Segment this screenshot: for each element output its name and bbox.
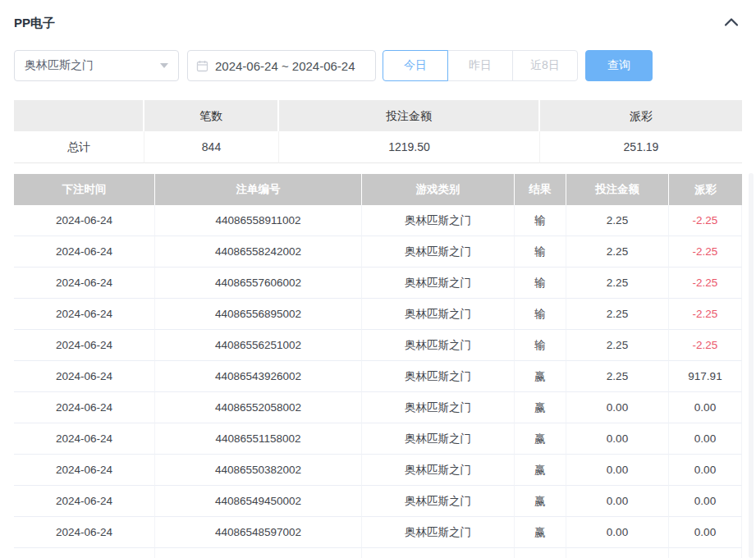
summary-total-label: 总计 bbox=[14, 131, 144, 163]
summary-header-count: 笔数 bbox=[144, 100, 279, 131]
cell-game-type: 奥林匹斯之门 bbox=[362, 517, 515, 548]
cell-payout: 0.00 bbox=[669, 392, 742, 423]
quick-range-button-group: 今日 昨日 近8日 bbox=[383, 50, 578, 81]
date-range-input[interactable]: 2024-06-24 ~ 2024-06-24 bbox=[187, 50, 376, 81]
column-header-bet-time: 下注时间 bbox=[14, 174, 155, 205]
summary-payout-value: 251.19 bbox=[540, 131, 742, 163]
cell-bet-amount bbox=[566, 548, 669, 558]
cell-game-type: 奥林匹斯之门 bbox=[362, 205, 515, 236]
cell-bet-amount: 2.25 bbox=[566, 268, 669, 299]
cell-payout: -2.25 bbox=[669, 268, 742, 299]
table-row: 2024-06-2444086552058002奥林匹斯之门赢0.000.00 bbox=[14, 392, 742, 423]
collapse-panel-button[interactable] bbox=[724, 17, 739, 30]
chevron-down-icon bbox=[160, 63, 168, 68]
cell-bet-time: 2024-06-24 bbox=[14, 361, 155, 392]
cell-order-id: 44086548597002 bbox=[155, 517, 362, 548]
cell-bet-time: 2024-06-24 bbox=[14, 392, 155, 423]
game-select-value: 奥林匹斯之门 bbox=[25, 58, 94, 73]
table-row: 2024-06-2444086558242002奥林匹斯之门输2.25-2.25 bbox=[14, 236, 742, 268]
cell-game-type: 奥林匹斯之门 bbox=[362, 392, 515, 423]
summary-count-value: 844 bbox=[144, 131, 279, 163]
cell-result: 赢 bbox=[515, 455, 566, 486]
table-row bbox=[14, 548, 742, 558]
cell-result: 输 bbox=[515, 299, 566, 330]
cell-bet-time: 2024-06-24 bbox=[14, 517, 155, 548]
table-row: 2024-06-2444086548597002奥林匹斯之门赢0.000.00 bbox=[14, 517, 742, 548]
table-row: 2024-06-2444086556895002奥林匹斯之门输2.25-2.25 bbox=[14, 299, 742, 330]
last-8-days-button[interactable]: 近8日 bbox=[512, 50, 578, 81]
summary-header-blank bbox=[14, 100, 144, 131]
cell-bet-time: 2024-06-24 bbox=[14, 423, 155, 455]
table-row: 2024-06-2444086549450002奥林匹斯之门赢0.000.00 bbox=[14, 486, 742, 517]
cell-order-id: 44086552058002 bbox=[155, 392, 362, 423]
cell-bet-amount: 2.25 bbox=[566, 299, 669, 330]
cell-result: 输 bbox=[515, 205, 566, 236]
cell-bet-amount: 2.25 bbox=[566, 330, 669, 361]
table-scrollbar[interactable] bbox=[749, 173, 754, 558]
table-header-row: 下注时间 注单编号 游戏类别 结果 投注金额 派彩 bbox=[14, 174, 742, 205]
cell-payout bbox=[669, 548, 742, 558]
cell-bet-amount: 0.00 bbox=[566, 486, 669, 517]
cell-game-type bbox=[362, 548, 515, 558]
cell-game-type: 奥林匹斯之门 bbox=[362, 455, 515, 486]
cell-payout: -2.25 bbox=[669, 330, 742, 361]
calendar-icon bbox=[196, 60, 208, 72]
bet-records-table: 下注时间 注单编号 游戏类别 结果 投注金额 派彩 2024-06-244408… bbox=[14, 174, 748, 558]
cell-bet-amount: 2.25 bbox=[566, 236, 669, 268]
summary-header-bet-amount: 投注金额 bbox=[279, 100, 540, 131]
today-button[interactable]: 今日 bbox=[383, 50, 448, 81]
cell-bet-time: 2024-06-24 bbox=[14, 236, 155, 268]
cell-game-type: 奥林匹斯之门 bbox=[362, 486, 515, 517]
cell-order-id: 44086543926002 bbox=[155, 361, 362, 392]
column-header-payout: 派彩 bbox=[669, 174, 742, 205]
cell-bet-amount: 0.00 bbox=[566, 455, 669, 486]
cell-bet-time: 2024-06-24 bbox=[14, 330, 155, 361]
cell-result: 赢 bbox=[515, 486, 566, 517]
cell-order-id: 44086558242002 bbox=[155, 236, 362, 268]
cell-order-id: 44086550382002 bbox=[155, 455, 362, 486]
cell-result: 赢 bbox=[515, 517, 566, 548]
page-title: PP电子 bbox=[14, 16, 55, 31]
summary-header-payout: 派彩 bbox=[540, 100, 742, 131]
cell-result: 赢 bbox=[515, 423, 566, 455]
summary-bet-amount-value: 1219.50 bbox=[279, 131, 540, 163]
table-row: 2024-06-2444086543926002奥林匹斯之门赢2.25917.9… bbox=[14, 361, 742, 392]
cell-payout: 0.00 bbox=[669, 423, 742, 455]
filter-bar: 奥林匹斯之门 2024-06-24 ~ 2024-06-24 今日 昨日 近8日… bbox=[14, 50, 742, 81]
cell-result: 输 bbox=[515, 330, 566, 361]
cell-payout: -2.25 bbox=[669, 236, 742, 268]
cell-game-type: 奥林匹斯之门 bbox=[362, 361, 515, 392]
summary-table-header: 笔数 投注金额 派彩 bbox=[14, 100, 742, 131]
cell-game-type: 奥林匹斯之门 bbox=[362, 236, 515, 268]
cell-bet-time: 2024-06-24 bbox=[14, 268, 155, 299]
cell-payout: 0.00 bbox=[669, 455, 742, 486]
table-row: 2024-06-2444086550382002奥林匹斯之门赢0.000.00 bbox=[14, 455, 742, 486]
cell-bet-amount: 0.00 bbox=[566, 392, 669, 423]
yesterday-button[interactable]: 昨日 bbox=[447, 50, 513, 81]
table-row: 2024-06-2444086556251002奥林匹斯之门输2.25-2.25 bbox=[14, 330, 742, 361]
cell-order-id: 44086556251002 bbox=[155, 330, 362, 361]
column-header-game-type: 游戏类别 bbox=[362, 174, 515, 205]
cell-bet-amount: 0.00 bbox=[566, 423, 669, 455]
cell-bet-time: 2024-06-24 bbox=[14, 299, 155, 330]
cell-order-id: 44086557606002 bbox=[155, 268, 362, 299]
cell-order-id bbox=[155, 548, 362, 558]
cell-bet-amount: 0.00 bbox=[566, 517, 669, 548]
cell-payout: 0.00 bbox=[669, 486, 742, 517]
cell-game-type: 奥林匹斯之门 bbox=[362, 423, 515, 455]
cell-payout: 0.00 bbox=[669, 517, 742, 548]
cell-bet-time: 2024-06-24 bbox=[14, 455, 155, 486]
cell-game-type: 奥林匹斯之门 bbox=[362, 330, 515, 361]
date-range-value: 2024-06-24 ~ 2024-06-24 bbox=[215, 59, 355, 73]
cell-game-type: 奥林匹斯之门 bbox=[362, 299, 515, 330]
cell-order-id: 44086558911002 bbox=[155, 205, 362, 236]
cell-bet-time: 2024-06-24 bbox=[14, 205, 155, 236]
query-button[interactable]: 查询 bbox=[585, 50, 653, 81]
cell-order-id: 44086556895002 bbox=[155, 299, 362, 330]
game-select[interactable]: 奥林匹斯之门 bbox=[14, 50, 179, 81]
cell-order-id: 44086551158002 bbox=[155, 423, 362, 455]
column-header-bet-amount: 投注金额 bbox=[566, 174, 669, 205]
summary-total-row: 总计 844 1219.50 251.19 bbox=[14, 131, 742, 163]
panel-header: PP电子 bbox=[14, 15, 742, 31]
cell-bet-time: 2024-06-24 bbox=[14, 486, 155, 517]
